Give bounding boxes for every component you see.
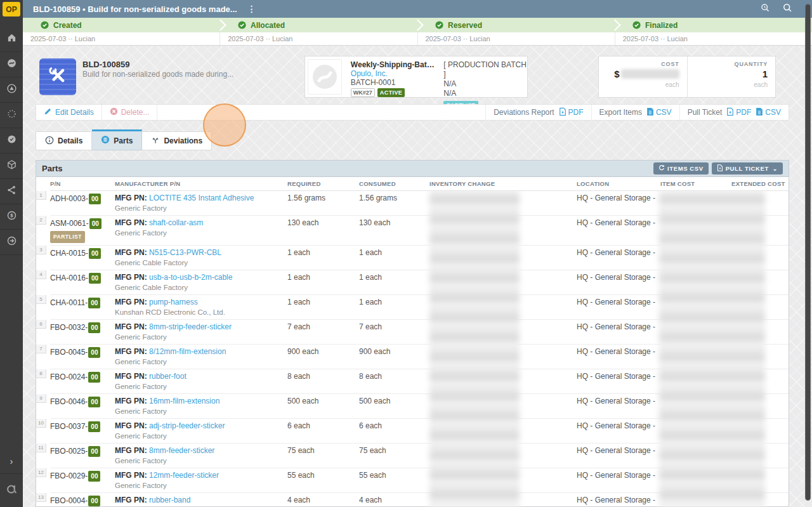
mfg-pn-label: MFG PN:: [115, 397, 147, 405]
item-org-link[interactable]: Opulo, Inc.: [351, 69, 435, 78]
table-row[interactable]: 12 FBO-0029-00 MFG PN: 12mm-feeder-stick…: [50, 468, 789, 493]
required-cell: 55 each: [287, 471, 359, 491]
deviations-report-label: Deviations Report: [494, 108, 554, 117]
table-row[interactable]: 8 FBO-0024-00 MFG PN: rubber-foot Generi…: [50, 369, 789, 394]
items-csv-button[interactable]: ITEMS CSV: [653, 162, 709, 174]
table-row[interactable]: 7 FBO-0045-00 MFG PN: 8/12mm-film-extens…: [50, 345, 789, 369]
mfg-pn-link[interactable]: rubber-foot: [149, 372, 187, 381]
tab-bar: Details Parts Deviations: [36, 129, 212, 150]
mfg-pn-link[interactable]: 16mm-film-extension: [149, 397, 219, 405]
sidebar-item-quality[interactable]: [0, 128, 23, 154]
item-image-placeholder: [308, 59, 342, 95]
table-row[interactable]: 2 ASM-0061-00 PARTLIST MFG PN: shaft-col…: [50, 216, 789, 246]
location-cell: HQ - General Storage -: [577, 218, 660, 243]
mfg-pn-link[interactable]: shaft-collar-asm: [149, 218, 203, 227]
sidebar-item-logout[interactable]: [0, 230, 23, 255]
row-number: 10: [36, 419, 46, 428]
sidebar-item-finance[interactable]: $: [0, 204, 23, 230]
mfg-cell: MFG PN: pump-harness Kunshan RCD Electro…: [115, 298, 287, 317]
edit-details-button[interactable]: Edit Details: [36, 105, 102, 120]
inventory-change-cell: [429, 194, 577, 213]
revision-badge: 00: [89, 194, 101, 204]
mfg-pn-link[interactable]: 12mm-feeder-sticker: [149, 471, 219, 480]
required-cell: 1 each: [287, 248, 359, 268]
table-row[interactable]: 3 CHA-0015-00 MFG PN: N515-C13-PWR-CBL G…: [50, 246, 789, 270]
tab-deviations[interactable]: Deviations: [142, 131, 212, 150]
mfg-pn-link[interactable]: 8mm-feeder-sticker: [149, 446, 214, 455]
table-header: P/N MANUFACTURER P/N REQUIRED CONSUMED I…: [50, 177, 789, 191]
mfg-cell: MFG PN: rubber-foot Generic Factory: [115, 372, 287, 392]
mfg-cell: MFG PN: adj-strip-feeder-sticker Generic…: [115, 421, 287, 441]
sidebar-item-parts[interactable]: [0, 52, 23, 77]
kebab-menu-icon[interactable]: ⋮: [247, 4, 257, 14]
aligni-logo[interactable]: [0, 474, 23, 504]
extended-cost-cell: [731, 298, 789, 317]
mfg-cell: MFG PN: 8/12mm-film-extension Generic Fa…: [115, 347, 287, 367]
quantity-label: QUANTITY: [695, 61, 768, 67]
manufacturer-name: Generic Factory: [115, 204, 287, 213]
mfg-pn-link[interactable]: usb-a-to-usb-b-2m-cable: [149, 273, 232, 282]
history-search-icon[interactable]: [760, 3, 771, 16]
sidebar-item-inventory[interactable]: [0, 154, 23, 179]
pull-ticket-pdf-link[interactable]: PDF: [726, 107, 751, 118]
step-label: Finalized: [645, 21, 678, 30]
required-cell: 8 each: [287, 372, 359, 392]
tab-details[interactable]: Details: [36, 131, 92, 150]
pull-ticket-csv-link[interactable]: CSV: [756, 107, 781, 118]
branch-icon: [151, 136, 160, 147]
table-row[interactable]: 9 FBO-0046-00 MFG PN: 16mm-film-extensio…: [50, 394, 789, 419]
table-row[interactable]: 10 FBO-0037-00 MFG PN: adj-strip-feeder-…: [50, 419, 789, 444]
mfg-pn-link[interactable]: adj-strip-feeder-sticker: [149, 421, 225, 430]
sidebar-item-assemblies[interactable]: [0, 103, 23, 128]
vertical-scrollbar[interactable]: [805, 4, 811, 501]
mfg-pn-link[interactable]: LOCTITE 435 Instant Adhesive: [149, 194, 254, 202]
location-cell: HQ - General Storage -: [577, 298, 660, 317]
extended-cost-cell: [731, 446, 789, 466]
quantity-unit: each: [695, 81, 768, 88]
pn-cell: FBO-0025-00: [50, 446, 115, 466]
topbar: BLD-100859 • Build for non-serialized go…: [23, 0, 812, 18]
table-row[interactable]: 4 CHA-0016-00 MFG PN: usb-a-to-usb-b-2m-…: [50, 270, 789, 295]
currency-symbol: $: [614, 69, 619, 79]
pull-ticket-dropdown-button[interactable]: PULL TICKET ⌄: [712, 162, 783, 174]
table-row[interactable]: 1 ADH-0003-00 MFG PN: LOCTITE 435 Instan…: [50, 191, 789, 216]
mfg-cell: MFG PN: rubber-band Generic Factory: [115, 496, 287, 507]
sidebar-item-home[interactable]: [0, 27, 23, 52]
col-required: REQUIRED: [287, 180, 359, 187]
location-cell: HQ - General Storage -: [577, 496, 660, 507]
deviations-report-pdf-link[interactable]: PDF: [559, 107, 584, 118]
extended-cost-cell: [731, 248, 789, 268]
tab-parts[interactable]: Parts: [92, 129, 142, 150]
mfg-pn-link[interactable]: 8/12mm-film-extension: [149, 347, 226, 356]
table-row[interactable]: 6 FBO-0032-00 MFG PN: 8mm-strip-feeder-s…: [50, 320, 789, 345]
mfg-pn-label: MFG PN:: [115, 496, 147, 504]
mfg-pn-link[interactable]: 8mm-strip-feeder-sticker: [149, 322, 232, 331]
pn-cell: FBO-0024-00: [50, 372, 115, 392]
list-circle-icon: [101, 135, 110, 146]
sidebar-bottom: ›: [0, 449, 23, 504]
sidebar-item-builds[interactable]: [0, 77, 23, 103]
search-icon[interactable]: [782, 3, 793, 16]
row-number: 4: [36, 270, 46, 279]
table-row[interactable]: 13 FBO-0004-00 MFG PN: rubber-band Gener…: [50, 493, 789, 507]
delete-button[interactable]: Delete...: [102, 105, 158, 120]
pull-ticket-group: Pull Ticket PDF CSV: [679, 105, 789, 120]
mfg-pn-link[interactable]: rubber-band: [149, 496, 190, 504]
sidebar-item-share[interactable]: [0, 179, 23, 204]
inventory-change-cell: [429, 421, 577, 441]
consumed-cell: 1.56 grams: [359, 194, 429, 213]
table-row[interactable]: 5 CHA-0011-00 MFG PN: pump-harness Kunsh…: [50, 295, 789, 320]
part-number: FBO-0024-: [50, 372, 88, 381]
item-cost-cell: [660, 248, 731, 268]
mfg-pn-link[interactable]: N515-C13-PWR-CBL: [149, 248, 221, 257]
item-cost-cell: [660, 496, 731, 507]
revision-badge: 00: [89, 273, 101, 284]
cost-unit: each: [606, 81, 679, 88]
app-logo[interactable]: OP: [3, 2, 20, 16]
table-row[interactable]: 11 FBO-0025-00 MFG PN: 8mm-feeder-sticke…: [50, 444, 789, 468]
export-items-csv-link[interactable]: CSV: [646, 107, 672, 118]
sidebar-collapse-button[interactable]: ›: [0, 449, 23, 474]
sidebar-nav: $: [0, 27, 23, 255]
required-cell: 500 each: [287, 397, 359, 416]
mfg-pn-link[interactable]: pump-harness: [149, 298, 198, 306]
